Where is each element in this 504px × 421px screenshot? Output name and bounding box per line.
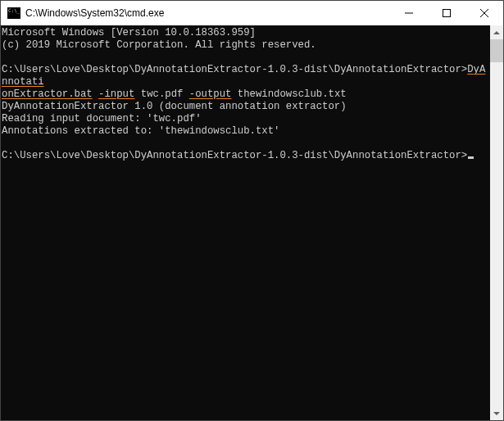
- command-arg: thewindowsclub.txt: [231, 88, 346, 100]
- cmd-window: C:\Windows\System32\cmd.exe Microsoft Wi…: [0, 0, 504, 421]
- chevron-down-icon: [493, 410, 500, 417]
- window-title: C:\Windows\System32\cmd.exe: [25, 7, 390, 19]
- minimize-button[interactable]: [390, 1, 428, 25]
- terminal-output[interactable]: Microsoft Windows [Version 10.0.18363.95…: [1, 25, 490, 420]
- titlebar[interactable]: C:\Windows\System32\cmd.exe: [1, 1, 503, 25]
- scroll-down-button[interactable]: [490, 406, 503, 420]
- close-button[interactable]: [465, 1, 503, 25]
- prompt-path: C:\Users\Love\Desktop\DyAnnotationExtrac…: [2, 150, 467, 161]
- scroll-thumb[interactable]: [490, 39, 503, 62]
- chevron-up-icon: [493, 29, 500, 36]
- scroll-up-button[interactable]: [490, 25, 503, 39]
- banner-line: Microsoft Windows [Version 10.0.18363.95…: [2, 27, 256, 38]
- svg-rect-1: [443, 10, 451, 17]
- command-flag: -input: [98, 88, 134, 100]
- scroll-track[interactable]: [490, 39, 503, 406]
- command-part: onExtractor.bat: [2, 88, 93, 100]
- maximize-icon: [443, 9, 451, 17]
- window-controls: [390, 1, 503, 25]
- close-icon: [480, 9, 488, 17]
- command-flag: -output: [189, 88, 232, 100]
- command-arg: twc.pdf: [134, 88, 188, 100]
- cmd-icon: [7, 7, 20, 19]
- scrollbar[interactable]: [490, 25, 503, 420]
- output-line: Reading input document: 'twc.pdf': [2, 113, 202, 124]
- text-cursor: [468, 156, 474, 159]
- banner-line: (c) 2019 Microsoft Corporation. All righ…: [2, 39, 316, 51]
- prompt-path: C:\Users\Love\Desktop\DyAnnotationExtrac…: [2, 64, 467, 75]
- maximize-button[interactable]: [428, 1, 465, 25]
- output-line: Annotations extracted to: 'thewindowsclu…: [2, 125, 279, 137]
- minimize-icon: [405, 9, 413, 17]
- output-line: DyAnnotationExtractor 1.0 (document anno…: [2, 101, 347, 112]
- terminal-area: Microsoft Windows [Version 10.0.18363.95…: [1, 25, 503, 420]
